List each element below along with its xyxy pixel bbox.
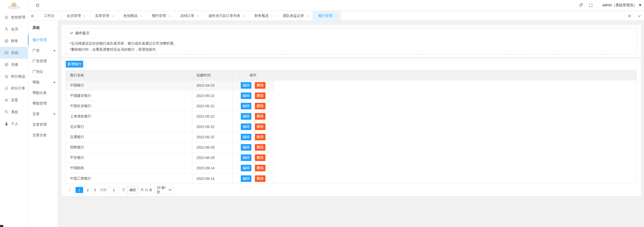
sidebar-item-jifen-dingdan[interactable]: 积分订单: [0, 82, 28, 94]
sidebar-item-caiwu[interactable]: 财务: [0, 35, 28, 47]
tab-close-icon[interactable]: ×: [83, 14, 85, 18]
sidebar-item-shezhi[interactable]: 设置: [0, 94, 28, 106]
delete-button[interactable]: 删除: [255, 165, 265, 171]
sidebar-item-jifen-shangpin[interactable]: 积分商品: [0, 71, 28, 82]
submenu-item-label: 文章管理: [32, 122, 47, 127]
fullscreen-icon: [589, 3, 593, 8]
delete-button[interactable]: 删除: [255, 134, 265, 140]
bank-name-cell: 中国银行: [66, 80, 192, 91]
tab[interactable]: 财务概况 ×: [249, 11, 278, 21]
tab-close-icon[interactable]: ×: [243, 14, 245, 18]
tab-close-icon[interactable]: ×: [335, 14, 337, 18]
sidebar-item-geren[interactable]: 个人: [0, 118, 28, 130]
tabs-scroll-right-button[interactable]: [624, 11, 634, 21]
edit-button[interactable]: 编辑: [241, 175, 251, 182]
tab-close-icon[interactable]: ×: [140, 14, 142, 18]
delete-button[interactable]: 删除: [255, 103, 265, 109]
prev-page-button[interactable]: [67, 187, 73, 193]
tab[interactable]: 买单管理 ×: [90, 11, 118, 21]
page-size-select[interactable]: 10 条/页: [154, 186, 174, 193]
empty-cell: [274, 122, 636, 132]
edit-button[interactable]: 编辑: [241, 92, 251, 99]
delete-button[interactable]: 删除: [255, 154, 265, 161]
submenu-item-help-category[interactable]: 帮助分类: [28, 88, 58, 98]
tab[interactable]: 工作台: [37, 11, 61, 21]
add-bank-button[interactable]: 新增银行: [66, 61, 83, 68]
submenu-item-article-management[interactable]: 文章管理: [28, 119, 58, 130]
tab[interactable]: 团队收益记录 ×: [277, 11, 313, 21]
delete-button[interactable]: 删除: [255, 175, 265, 182]
submenu-item-ad-slot[interactable]: 广告位: [28, 67, 58, 77]
submenu-item-bank-management[interactable]: 银行管理: [28, 35, 58, 45]
refresh-button[interactable]: [33, 1, 42, 9]
page-number-1[interactable]: 1: [76, 187, 83, 193]
edit-button[interactable]: 编辑: [241, 165, 251, 171]
tab[interactable]: 抢拍商品 ×: [118, 11, 146, 21]
caret-down-icon: [639, 4, 641, 6]
delete-button[interactable]: 删除: [255, 123, 265, 130]
page-size-value: 10 条/页: [157, 185, 169, 194]
sidebar-item-chongzhi[interactable]: 充值: [0, 59, 28, 71]
sidebar-bottom-strip: [0, 225, 3, 227]
edit-button[interactable]: 编辑: [241, 144, 251, 151]
tag-button[interactable]: [576, 0, 586, 11]
column-header-actions: 操作: [233, 70, 274, 80]
tabs-scroll-left-button[interactable]: [28, 11, 37, 21]
confirm-page-button[interactable]: 确定: [127, 186, 139, 193]
tabs-menu-button[interactable]: [634, 11, 644, 21]
sidebar-item-label: 积分商品: [11, 74, 25, 79]
submenu-group-help[interactable]: 帮助: [28, 77, 58, 88]
submenu-item-label: 广告管理: [32, 59, 47, 63]
tab-close-icon[interactable]: ×: [197, 14, 199, 18]
tab-close-icon[interactable]: ×: [168, 14, 171, 18]
goto-page-input[interactable]: [109, 187, 119, 193]
tab-close-icon[interactable]: ×: [112, 14, 114, 18]
tab-label: 买单管理: [95, 14, 109, 18]
edit-button[interactable]: 编辑: [241, 123, 251, 130]
table-row: 上海浦发银行 2022-05-22 编辑 删除: [66, 111, 636, 122]
submenu-item-article-category[interactable]: 文章分类: [28, 130, 58, 141]
submenu-item-label: 帮助管理: [32, 101, 47, 106]
delete-button[interactable]: 删除: [255, 92, 265, 99]
tab-close-icon[interactable]: ×: [307, 14, 309, 18]
next-page-button[interactable]: [93, 187, 98, 193]
delete-button[interactable]: 删除: [255, 113, 265, 120]
sidebar-item-xitong[interactable]: 系统: [0, 106, 28, 118]
cart-icon: [4, 74, 9, 79]
page-number-2[interactable]: 2: [85, 187, 91, 193]
empty-cell: [274, 132, 636, 142]
operation-tips-header[interactable]: 操作提示: [66, 28, 637, 38]
edit-button[interactable]: 编辑: [241, 82, 251, 89]
submenu-header: 其他: [28, 21, 58, 35]
tab[interactable]: 冻结订单 ×: [175, 11, 203, 21]
delete-button[interactable]: 删除: [255, 82, 265, 89]
fullscreen-button[interactable]: [586, 0, 596, 11]
submenu-item-help-management[interactable]: 帮助管理: [28, 98, 58, 109]
chevron-down-icon: [169, 189, 172, 191]
sidebar-item-label: 系统: [11, 110, 18, 114]
submenu-group-ad[interactable]: 广告: [28, 45, 58, 56]
submenu-item-ad-management[interactable]: 广告管理: [28, 56, 58, 67]
submenu-group-article[interactable]: 文章: [28, 109, 58, 119]
goto-prefix-label: 到第: [100, 188, 107, 192]
tab[interactable]: 超时未打款订单列表 ×: [203, 11, 249, 21]
tab[interactable]: 银行管理 ×: [313, 11, 341, 21]
sidebar-item-qita[interactable]: 其他: [0, 47, 28, 59]
sidebar-item-qiangpai[interactable]: 抢拍管理: [0, 11, 28, 23]
delete-button[interactable]: 删除: [255, 144, 265, 151]
tab[interactable]: 会员管理 ×: [61, 11, 90, 21]
edit-button[interactable]: 编辑: [241, 134, 251, 140]
bank-name-cell: 中国邮政: [66, 163, 192, 173]
user-name: admin（系统管理员）: [602, 3, 637, 8]
topbar-right-tools: admin（系统管理员）: [576, 0, 641, 11]
edit-button[interactable]: 编辑: [241, 103, 251, 109]
edit-button[interactable]: 编辑: [241, 154, 251, 161]
tab-close-icon[interactable]: ×: [271, 14, 273, 18]
operation-tips-title: 操作提示: [75, 31, 89, 36]
user-menu[interactable]: admin（系统管理员）: [602, 3, 641, 8]
edit-button[interactable]: 编辑: [241, 113, 251, 120]
tab[interactable]: 预约管理 ×: [146, 11, 175, 21]
sidebar-item-huiyuan[interactable]: 会员: [0, 23, 28, 35]
goto-suffix-label: 页: [122, 188, 125, 192]
table-row: 中国建设银行 2022-05-22 编辑 删除: [66, 91, 636, 101]
